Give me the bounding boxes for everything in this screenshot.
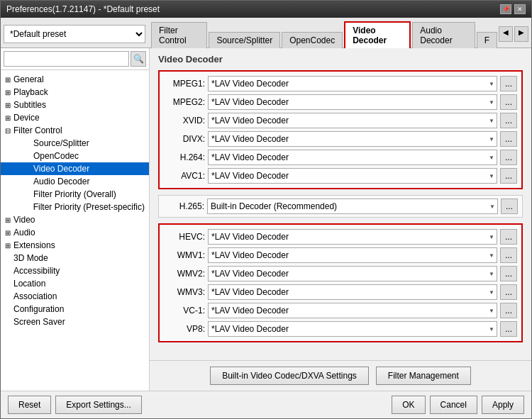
select-wrapper-h265: Built-in Decoder (Recommended) bbox=[207, 199, 498, 214]
select-wrapper-wmv2: *LAV Video Decoder bbox=[208, 266, 497, 281]
sidebar-item-filter-priority-overall[interactable]: Filter Priority (Overall) bbox=[1, 188, 149, 201]
label-avc1: AVC1: bbox=[164, 171, 205, 181]
tab-audio-decoder[interactable]: Audio Decoder bbox=[412, 22, 475, 48]
sidebar-item-filter-control[interactable]: ⊟ Filter Control bbox=[1, 124, 149, 137]
select-wrapper-h264: *LAV Video Decoder bbox=[208, 150, 497, 165]
sidebar-item-playback[interactable]: ⊞ Playback bbox=[1, 86, 149, 99]
preset-select[interactable]: *Default preset bbox=[4, 25, 145, 43]
decoder-row-avc1: AVC1: *LAV Video Decoder ... bbox=[164, 168, 517, 184]
decoder-row-mpeg2: MPEG2: *LAV Video Decoder ... bbox=[164, 94, 517, 110]
tab-filter-control[interactable]: Filter Control bbox=[151, 22, 207, 48]
export-button[interactable]: Export Settings... bbox=[55, 396, 141, 414]
toggle-video: ⊞ bbox=[5, 216, 13, 224]
bottom-buttons: Built-in Video Codec/DXVA Settings Filte… bbox=[150, 360, 531, 391]
decoder-scroll[interactable]: MPEG1: *LAV Video Decoder ... MPEG2: bbox=[150, 67, 531, 360]
select-hevc[interactable]: *LAV Video Decoder bbox=[208, 229, 497, 245]
sidebar-item-source-splitter[interactable]: Source/Splitter bbox=[1, 137, 149, 150]
main-window: Preferences(1.7.21147) - *Default preset… bbox=[0, 0, 532, 419]
search-button[interactable]: 🔍 bbox=[131, 51, 146, 67]
tab-source-splitter[interactable]: Source/Splitter bbox=[209, 32, 280, 48]
sidebar-item-association[interactable]: Association bbox=[1, 290, 149, 303]
select-divx[interactable]: *LAV Video Decoder bbox=[208, 131, 497, 147]
tab-prev-btn[interactable]: ◀ bbox=[499, 26, 513, 42]
sidebar-item-accessibility[interactable]: Accessibility bbox=[1, 264, 149, 277]
sidebar-item-video-decoder[interactable]: Video Decoder bbox=[1, 162, 149, 175]
codec-settings-button[interactable]: Built-in Video Codec/DXVA Settings bbox=[210, 367, 369, 385]
select-wmv1[interactable]: *LAV Video Decoder bbox=[208, 247, 497, 263]
sidebar-item-audio-decoder[interactable]: Audio Decoder bbox=[1, 175, 149, 188]
filter-management-button[interactable]: Filter Management bbox=[376, 367, 471, 385]
dots-btn-wmv2[interactable]: ... bbox=[500, 266, 517, 281]
close-button[interactable]: ✕ bbox=[514, 4, 526, 14]
dots-btn-vp8[interactable]: ... bbox=[500, 321, 517, 337]
decoder-row-h264: H.264: *LAV Video Decoder ... bbox=[164, 150, 517, 165]
dots-btn-avc1[interactable]: ... bbox=[500, 168, 517, 184]
toggle-filter-control: ⊟ bbox=[5, 127, 13, 135]
label-wmv1: WMV1: bbox=[164, 250, 205, 260]
sidebar-item-location[interactable]: Location bbox=[1, 277, 149, 290]
select-h264[interactable]: *LAV Video Decoder bbox=[208, 150, 497, 165]
sidebar-item-device[interactable]: ⊞ Device bbox=[1, 111, 149, 124]
select-wmv2[interactable]: *LAV Video Decoder bbox=[208, 266, 497, 281]
label-vp8: VP8: bbox=[164, 324, 205, 334]
content-area: Video Decoder MPEG1: *LAV Video Decoder bbox=[150, 48, 531, 391]
decoder-row-vp8: VP8: *LAV Video Decoder ... bbox=[164, 321, 517, 337]
select-h265[interactable]: Built-in Decoder (Recommended) bbox=[207, 199, 498, 214]
select-wmv3[interactable]: *LAV Video Decoder bbox=[208, 284, 497, 300]
toggle-general: ⊞ bbox=[5, 76, 13, 84]
toggle-audio: ⊞ bbox=[5, 229, 13, 237]
decoder-row-vc1: VC-1: *LAV Video Decoder ... bbox=[164, 303, 517, 318]
tab-video-decoder[interactable]: Video Decoder bbox=[344, 21, 411, 48]
dots-btn-mpeg2[interactable]: ... bbox=[500, 94, 517, 110]
tab-f[interactable]: F bbox=[477, 32, 497, 48]
pin-button[interactable]: 📌 bbox=[500, 4, 511, 14]
label-wmv3: WMV3: bbox=[164, 287, 205, 297]
dots-btn-mpeg1[interactable]: ... bbox=[500, 76, 517, 91]
sidebar-item-filter-priority-preset[interactable]: Filter Priority (Preset-specific) bbox=[1, 201, 149, 213]
dots-btn-wmv1[interactable]: ... bbox=[500, 247, 517, 263]
title-bar: Preferences(1.7.21147) - *Default preset… bbox=[1, 1, 531, 18]
dots-btn-wmv3[interactable]: ... bbox=[500, 284, 517, 300]
sidebar-item-3d-mode[interactable]: 3D Mode bbox=[1, 252, 149, 264]
search-input[interactable] bbox=[4, 51, 129, 67]
cancel-button[interactable]: Cancel bbox=[430, 396, 477, 414]
toggle-subtitles: ⊞ bbox=[5, 101, 13, 109]
decoder-row-divx: DIVX: *LAV Video Decoder ... bbox=[164, 131, 517, 147]
select-vc1[interactable]: *LAV Video Decoder bbox=[208, 303, 497, 318]
tab-next-btn[interactable]: ▶ bbox=[514, 26, 528, 42]
label-h265: H.265: bbox=[163, 201, 204, 211]
sidebar-item-subtitles[interactable]: ⊞ Subtitles bbox=[1, 99, 149, 111]
select-wrapper-mpeg1: *LAV Video Decoder bbox=[208, 76, 497, 91]
sidebar-item-video[interactable]: ⊞ Video bbox=[1, 213, 149, 226]
dots-btn-h265[interactable]: ... bbox=[501, 199, 518, 214]
sidebar-item-screen-saver[interactable]: Screen Saver bbox=[1, 315, 149, 328]
select-wrapper-divx: *LAV Video Decoder bbox=[208, 131, 497, 147]
apply-button[interactable]: Apply bbox=[482, 396, 524, 414]
select-vp8[interactable]: *LAV Video Decoder bbox=[208, 321, 497, 337]
decoder-row-wmv3: WMV3: *LAV Video Decoder ... bbox=[164, 284, 517, 300]
sidebar-item-configuration[interactable]: Configuration bbox=[1, 303, 149, 315]
ok-button[interactable]: OK bbox=[392, 396, 425, 414]
dots-btn-h264[interactable]: ... bbox=[500, 150, 517, 165]
select-wrapper-avc1: *LAV Video Decoder bbox=[208, 168, 497, 184]
decoder-group-1: MPEG1: *LAV Video Decoder ... MPEG2: bbox=[158, 70, 523, 189]
select-avc1[interactable]: *LAV Video Decoder bbox=[208, 168, 497, 184]
sidebar-item-general[interactable]: ⊞ General bbox=[1, 73, 149, 86]
decoder-row-wmv1: WMV1: *LAV Video Decoder ... bbox=[164, 247, 517, 263]
tab-opencodec[interactable]: OpenCodec bbox=[282, 32, 343, 48]
sidebar-item-opencodec[interactable]: OpenCodec bbox=[1, 150, 149, 162]
select-mpeg1[interactable]: *LAV Video Decoder bbox=[208, 76, 497, 91]
dots-btn-xvid[interactable]: ... bbox=[500, 113, 517, 128]
dots-btn-divx[interactable]: ... bbox=[500, 131, 517, 147]
reset-button[interactable]: Reset bbox=[8, 396, 51, 414]
select-xvid[interactable]: *LAV Video Decoder bbox=[208, 113, 497, 128]
select-wrapper-hevc: *LAV Video Decoder bbox=[208, 229, 497, 245]
footer: Reset Export Settings... OK Cancel Apply bbox=[1, 391, 531, 418]
content-title: Video Decoder bbox=[150, 48, 531, 67]
dots-btn-vc1[interactable]: ... bbox=[500, 303, 517, 318]
select-mpeg2[interactable]: *LAV Video Decoder bbox=[208, 94, 497, 110]
sidebar-item-extensions[interactable]: ⊞ Extensions bbox=[1, 239, 149, 252]
window-title: Preferences(1.7.21147) - *Default preset bbox=[6, 4, 160, 14]
sidebar-item-audio[interactable]: ⊞ Audio bbox=[1, 226, 149, 239]
dots-btn-hevc[interactable]: ... bbox=[500, 229, 517, 245]
